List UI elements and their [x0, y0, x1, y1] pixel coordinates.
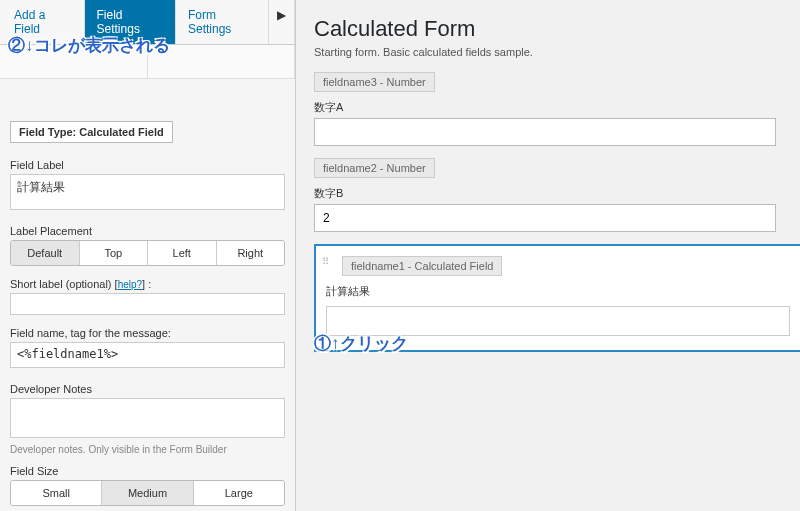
placement-right[interactable]: Right	[217, 241, 285, 265]
help-link[interactable]: help?	[118, 279, 142, 290]
field-label: 計算結果	[326, 284, 790, 299]
field-label: 数字A	[314, 100, 800, 115]
calculated-input[interactable]	[326, 306, 790, 336]
label-placement-group: Default Top Left Right	[10, 240, 285, 266]
tabs: Add a Field Field Settings Form Settings…	[0, 0, 295, 45]
form-input-b[interactable]	[314, 204, 776, 232]
tab-add-field[interactable]: Add a Field	[0, 0, 85, 44]
field-label: 数字B	[314, 186, 800, 201]
subtabs	[0, 45, 295, 79]
size-medium[interactable]: Medium	[102, 481, 193, 505]
form-field-block[interactable]: fieldname3 - Number 数字A	[314, 72, 800, 146]
short-label-input[interactable]	[10, 293, 285, 315]
devnotes-hint: Developer notes. Only visible in the For…	[10, 444, 285, 455]
short-label-after: ] :	[142, 278, 151, 290]
right-panel: Calculated Form Starting form. Basic cal…	[296, 0, 800, 511]
field-type-label: Field Type: Calculated Field	[10, 121, 173, 143]
short-label-text: Short label (optional) [	[10, 278, 118, 290]
field-tag: fieldname3 - Number	[314, 72, 435, 92]
placement-top[interactable]: Top	[80, 241, 149, 265]
form-subtitle: Starting form. Basic calculated fields s…	[314, 46, 800, 58]
form-input-a[interactable]	[314, 118, 776, 146]
tab-more-icon[interactable]: ▶	[269, 0, 295, 44]
placement-default[interactable]: Default	[11, 241, 80, 265]
field-label-title: Field Label	[10, 159, 285, 171]
drag-handle-icon[interactable]: ⠿	[322, 256, 329, 267]
field-tag: fieldname1 - Calculated Field	[342, 256, 502, 276]
form-title: Calculated Form	[314, 16, 800, 42]
fieldname-input[interactable]: <%fieldname1%>	[10, 342, 285, 368]
field-size-group: Small Medium Large	[10, 480, 285, 506]
devnotes-input[interactable]	[10, 398, 285, 438]
selected-field[interactable]: ⠿ fieldname1 - Calculated Field 計算結果	[314, 244, 800, 352]
field-label-input[interactable]: 計算結果	[10, 174, 285, 210]
left-panel: Add a Field Field Settings Form Settings…	[0, 0, 296, 511]
short-label-title: Short label (optional) [help?] :	[10, 278, 285, 290]
size-large[interactable]: Large	[194, 481, 284, 505]
placement-left[interactable]: Left	[148, 241, 217, 265]
subtab-2[interactable]	[148, 45, 296, 78]
size-small[interactable]: Small	[11, 481, 102, 505]
label-placement-title: Label Placement	[10, 225, 285, 237]
devnotes-title: Developer Notes	[10, 383, 285, 395]
fieldname-title: Field name, tag for the message:	[10, 327, 285, 339]
subtab-1[interactable]	[0, 45, 148, 78]
form-field-block[interactable]: fieldname2 - Number 数字B	[314, 158, 800, 232]
field-size-title: Field Size	[10, 465, 285, 477]
tab-form-settings[interactable]: Form Settings	[176, 0, 269, 44]
field-tag: fieldname2 - Number	[314, 158, 435, 178]
tab-field-settings[interactable]: Field Settings	[85, 0, 176, 44]
